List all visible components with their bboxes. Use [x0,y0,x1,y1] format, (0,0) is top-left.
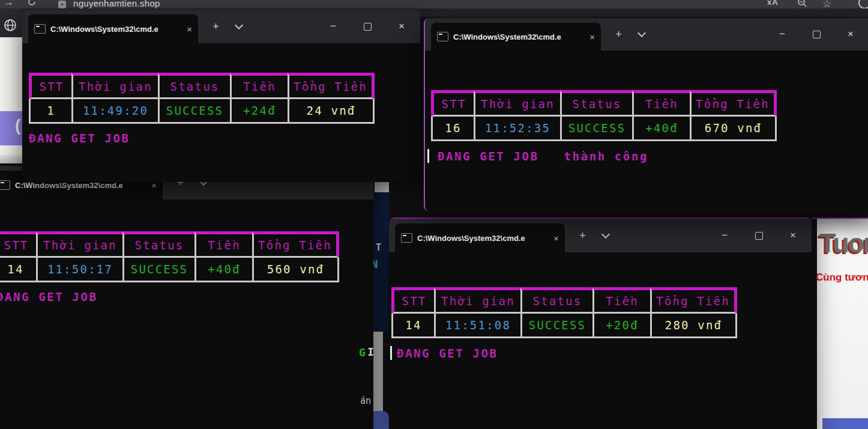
webpage-purple-banner-fragment: ( [0,111,22,145]
close-button[interactable]: × [837,22,864,46]
webpage-fragment-mid [375,180,389,192]
col-header: Thời gian [71,73,158,99]
tab-bar-spacer [242,10,319,43]
cell-amount: +40đ [632,117,690,141]
refresh-icon[interactable] [27,0,37,7]
terminal-output[interactable]: STT Thời gian Status Tiền Tổng Tiền 14 1… [0,199,373,303]
page-big-title: Tuon [819,228,868,259]
new-tab-button[interactable]: + [615,28,622,41]
terminal-output[interactable]: STT Thời gian Status Tiền Tổng Tiền 16 1… [425,50,868,163]
terminal-tab[interactable]: C:\Windows\System32\cmd.e × [28,14,198,43]
col-header: Status [158,73,230,99]
minimize-button[interactable]: − [768,22,796,46]
globe-icon[interactable] [4,19,17,32]
webpage-content-fragment: Tuon Cùng tươn [817,219,868,429]
url-text[interactable]: nguyenhamtien.shop [73,0,160,8]
minimize-button[interactable]: − [711,224,738,248]
col-header: Tiền [230,73,288,99]
page-blue-banner [822,418,868,429]
new-tab-button[interactable]: + [212,20,219,33]
site-favicon [58,1,66,8]
col-header: STT [0,231,36,258]
tab-close-icon[interactable]: × [589,32,595,42]
col-header: STT [29,73,71,99]
cell-status: SUCCESS [560,117,632,141]
status-line: ĐANG GET JOB [29,132,420,145]
maximize-button[interactable] [354,14,381,38]
cell-stt: 14 [391,314,434,338]
cell-status: SUCCESS [122,258,194,282]
cmd-icon [437,32,448,41]
col-header: Status [520,287,592,314]
col-header: Tiền [632,90,690,117]
tab-close-icon[interactable]: × [553,233,559,243]
cell-status: SUCCESS [520,314,592,338]
cmd-icon [401,233,412,243]
browser-address-bar[interactable]: → nguyenhamtien.shop xA ☆ [0,0,868,8]
col-header: Tổng Tiền [252,231,339,258]
tab-title: C:\Windows\System32\cmd.e [50,25,183,34]
cell-stt: 1 [29,99,71,124]
cell-amount: +24đ [230,99,288,124]
favorites-star-icon[interactable]: ☆ [822,0,831,8]
browser-sidebar-fragment [0,8,22,37]
col-header: Tiền [194,231,252,258]
col-header: Tiền [592,287,650,314]
cell-total: 24 vnđ [288,99,375,124]
terminal-text-fragment: I [367,345,374,358]
maximize-icon [813,31,821,38]
maximize-button[interactable] [803,22,830,46]
webpage-gray-strip [0,155,22,163]
col-header: Status [560,90,632,117]
job-table: STT Thời gian Status Tiền Tổng Tiền 1 11… [29,73,375,124]
cmd-window-top-left: C:\Windows\System32\cmd.e × + − × STT Th… [22,10,420,182]
terminal-tab[interactable]: C:\Windows\System32\cmd.e × [431,23,601,50]
status-line: ĐANG GET JOB [391,346,812,360]
window-controls: − × [319,10,415,43]
cell-amount: +40đ [194,258,252,282]
maximize-button[interactable] [745,224,773,248]
cmd-window-mid-left: C:\Windows\System32\cmd.e × + STT Thời g… [0,166,373,429]
cell-total: 670 vnđ [690,117,777,141]
terminal-tab-bar: C:\Windows\System32\cmd.e × + − × [389,219,812,252]
window-controls: − × [768,18,864,50]
cell-time: 11:49:20 [71,99,158,124]
close-button[interactable]: × [388,14,415,38]
page-red-caption: Cùng tươn [816,272,868,284]
cell-time: 11:51:08 [434,314,520,338]
tab-close-icon[interactable]: × [187,24,192,34]
tab-bar-spacer [645,18,768,50]
close-button[interactable]: × [779,224,807,248]
status-line: ĐANG GET JOB thành công [431,149,868,163]
terminal-output[interactable]: STT Thời gian Status Tiền Tổng Tiền 14 1… [389,252,812,360]
minimize-button[interactable]: − [319,14,347,38]
job-table: STT Thời gian Status Tiền Tổng Tiền 14 1… [0,231,339,282]
terminal-cursor [390,346,392,360]
webpage-right-strip: Tuon Cùng tươn [812,211,868,429]
translate-icon[interactable]: xA [767,0,779,7]
purple-border-extension [812,218,868,219]
terminal-tab-bar: C:\Windows\System32\cmd.e × + − × [425,18,868,50]
col-header: STT [431,90,474,117]
col-header: Tổng Tiền [690,90,777,117]
terminal-tab-bar: C:\Windows\System32\cmd.e × + − × [22,10,420,43]
col-header: Status [122,231,194,258]
col-header: STT [391,287,434,314]
tab-title: C:\Windows\System32\cmd.e [417,234,550,243]
col-header: Thời gian [36,231,122,258]
page-scrollbar-fragment[interactable] [373,332,383,415]
zoom-search-icon[interactable] [797,0,807,8]
status-line: ĐANG GET JOB [0,290,373,303]
cmd-window-top-right: C:\Windows\System32\cmd.e × + − × STT Th… [424,18,868,211]
terminal-tab[interactable]: C:\Windows\System32\cmd.e × [395,224,565,252]
new-tab-button[interactable]: + [579,229,586,242]
cell-total: 560 vnđ [252,258,339,282]
terminal-output[interactable]: STT Thời gian Status Tiền Tổng Tiền 1 11… [22,43,420,145]
col-header: Tổng Tiền [288,73,375,99]
forward-arrow-icon[interactable]: → [4,0,14,8]
tab-title: C:\Windows\System32\cmd.e [453,32,586,41]
cell-amount: +20đ [592,314,650,338]
profile-icon[interactable] [858,0,868,8]
banner-glyph: ( [15,116,20,135]
cell-time: 11:52:35 [474,117,560,141]
